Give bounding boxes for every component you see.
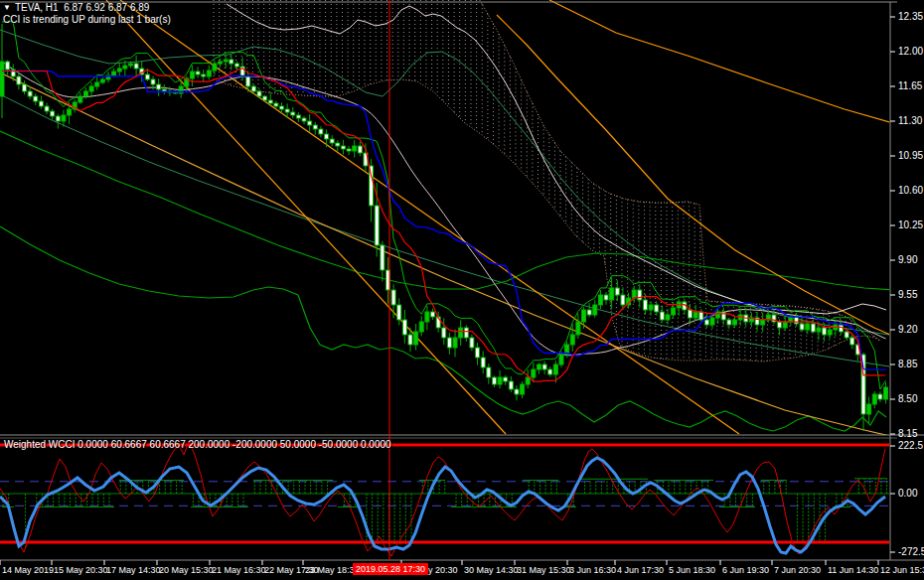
price-axis-label: 9.90 <box>898 254 917 265</box>
indicator-comment: CCI is trending UP during last 1 bar(s) <box>3 14 171 25</box>
indicator-axis-label: -272.5 <box>898 546 924 557</box>
chart-background <box>0 0 924 580</box>
symbol-bar: ▼ TEVA, H1 6.87 6.92 6.87 6.89 <box>3 2 149 13</box>
price-axis-label: 10.95 <box>898 150 923 161</box>
time-axis-label: 31 May 15:30 <box>517 565 571 575</box>
price-axis-label: 9.55 <box>898 289 917 300</box>
time-axis-label: 5 Jun 18:30 <box>669 565 715 575</box>
crosshair-time-badge: 2019.05.28 17:30 <box>353 563 428 575</box>
time-axis-label: 23 May 18:30 <box>305 565 360 575</box>
time-axis-label: 3 Jun 16:30 <box>569 565 616 575</box>
chart-canvas[interactable] <box>0 0 924 580</box>
indicator-axis-label: 0.00 <box>898 488 917 499</box>
price-axis-label: 8.15 <box>898 428 917 439</box>
time-axis-label: 14 May 2019 <box>2 565 54 575</box>
price-axis-label: 9.20 <box>898 324 917 335</box>
time-axis-label: 11 Jun 14:30 <box>828 565 878 575</box>
indicator-label: Weighted WCCI 0.0000 60.6667 60.6667 200… <box>4 439 391 450</box>
price-axis-label: 10.60 <box>898 185 923 196</box>
time-axis-label: 7 Jun 20:30 <box>774 565 821 575</box>
price-axis-label: 8.50 <box>898 393 917 404</box>
time-axis-label: 21 May 16:30 <box>212 565 266 575</box>
time-axis-label: 4 Jun 17:30 <box>617 565 664 575</box>
price-axis-label: 8.85 <box>898 359 917 369</box>
time-axis-label: 6 Jun 19:30 <box>722 565 769 575</box>
price-axis-label: 10.25 <box>898 219 923 230</box>
indicator-axis-label: 222.5 <box>898 440 923 451</box>
price-axis-label: 11.30 <box>898 115 922 126</box>
price-axis-label: 12.00 <box>898 46 923 57</box>
time-axis-label: 15 May 20:30 <box>54 565 108 575</box>
time-axis-label: 12 Jun 15:30 <box>880 565 924 575</box>
chart-dropdown-icon[interactable]: ▼ <box>3 3 11 12</box>
chart-window: ▼ TEVA, H1 6.87 6.92 6.87 6.89 CCI is tr… <box>0 0 924 580</box>
time-axis-label: 20 May 15:30 <box>159 565 214 575</box>
time-axis-label: 17 May 14:30 <box>106 565 161 575</box>
time-axis-label: 30 May 14:30 <box>464 565 519 575</box>
price-axis-label: 11.65 <box>898 80 922 91</box>
symbol-info: TEVA, H1 6.87 6.92 6.87 6.89 <box>15 2 149 13</box>
price-axis-label: 12.35 <box>898 11 923 22</box>
